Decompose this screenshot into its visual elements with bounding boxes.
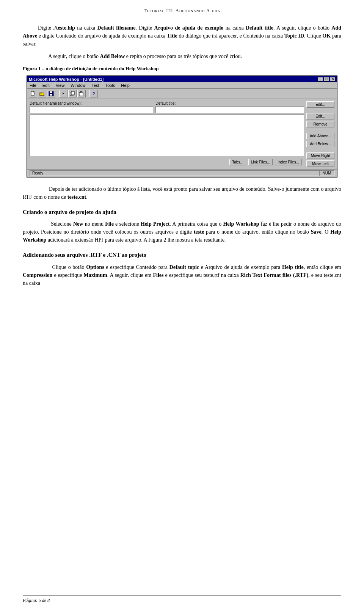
menu-edit[interactable]: Edit [41,83,51,88]
toolbar-new[interactable] [29,90,37,97]
filename-input[interactable] [30,106,153,113]
filename-label: Default filename (and window): [30,101,153,105]
win-toolbar: ✂ ? [27,89,337,99]
status-num: NUM [319,170,334,176]
win-body: Default filename (and window): Default t… [27,99,337,169]
paragraph-1: Digite ./teste.hlp na caixa Default file… [23,24,341,48]
section-2-title-text: Adicionando seus arquivos .RTF e .CNT ao… [23,252,146,258]
page-footer: Página: 5 de 8 [23,595,341,603]
add-below-button[interactable]: Add Below... [306,141,334,147]
move-right-button[interactable]: Move Right [306,152,334,159]
win-statusbar: Ready NUM [27,169,337,177]
status-ready: Ready [30,170,319,176]
paragraph-5: Clique o botão Options e especifique Con… [23,263,341,287]
menu-test[interactable]: Test [90,83,100,88]
svg-rect-6 [50,94,52,96]
help-workshop-dialog: Microsoft Help Workshop - [Untitled1] _ … [27,75,337,177]
paragraph-4: Selecione New no menu File e selecione H… [23,220,341,244]
win-minimize-btn[interactable]: _ [318,77,323,82]
section-2-heading: Adicionando seus arquivos .RTF e .CNT ao… [23,251,341,259]
svg-rect-10 [80,91,82,93]
toolbar-copy[interactable] [68,90,77,97]
link-files-button[interactable]: Link Files... [248,159,273,165]
paragraph-3: Depois de ter adicionado o último tópico… [23,185,341,201]
toolbar-paste[interactable] [77,90,86,97]
svg-rect-3 [40,93,42,93]
footer-page-number: Página: 5 de 8 [23,598,50,603]
edit1-button[interactable]: Edit... [306,101,334,108]
menu-tools[interactable]: Tools [104,83,117,88]
section-1-title-text: Criando o arquivo de projeto da ajuda [23,209,116,215]
section-1-heading: Criando o arquivo de projeto da ajuda [23,208,341,217]
paragraph-2: A seguir, clique o botão Add Below e rep… [23,52,341,60]
header-title: Tutorial III: Adicionando Ajuda [144,8,220,13]
footer-left: Página: 5 de 8 [23,598,50,603]
field-group-filename: Default filename (and window): [30,101,153,113]
toolbar-help[interactable]: ? [89,90,98,97]
win-main-area: Default filename (and window): Default t… [30,101,304,167]
win-form-row: Default filename (and window): Default t… [30,101,304,113]
toolbar-cut[interactable]: ✂ [59,90,67,97]
win-titlebar: Microsoft Help Workshop - [Untitled1] _ … [27,76,337,82]
win-menubar: File Edit View Window Test Tools Help [27,82,337,89]
menu-window[interactable]: Window [69,83,87,88]
index-files-button[interactable]: Index Files... [275,159,302,165]
svg-rect-5 [50,91,52,93]
title-input[interactable] [155,106,304,113]
win-maximize-btn[interactable]: □ [324,77,329,82]
win-close-btn[interactable]: ✕ [330,77,335,82]
menu-file[interactable]: File [28,83,38,88]
tabs-button[interactable]: Tabs... [229,159,246,165]
content-listbox[interactable] [30,115,304,156]
add-above-button[interactable]: Add Above... [306,133,334,139]
page-header: Tutorial III: Adicionando Ajuda [23,8,341,16]
svg-rect-8 [71,91,74,95]
menu-view[interactable]: View [54,83,66,88]
remove-button[interactable]: Remove [306,121,334,127]
field-group-title: Default title: [155,101,304,113]
win-titlebar-buttons: _ □ ✕ [318,77,335,82]
edit2-button[interactable]: Edit... [306,113,334,119]
win-title-text: Microsoft Help Workshop - [Untitled1] [29,77,104,82]
toolbar-save[interactable] [47,90,55,97]
title-label: Default title: [155,101,304,105]
win-buttons-panel: Edit... Edit... Remove Add Above... Add … [306,101,334,167]
move-left-button[interactable]: Move Left [306,160,334,167]
toolbar-open[interactable] [38,90,46,97]
win-bottom-buttons: Tabs... Link Files... Index Files... [30,157,304,167]
figure-caption: Figura 1 – o diálogo de definição de con… [23,65,341,72]
menu-help[interactable]: Help [119,83,131,88]
figure-caption-text: Figura 1 – o diálogo de definição de con… [23,66,158,71]
